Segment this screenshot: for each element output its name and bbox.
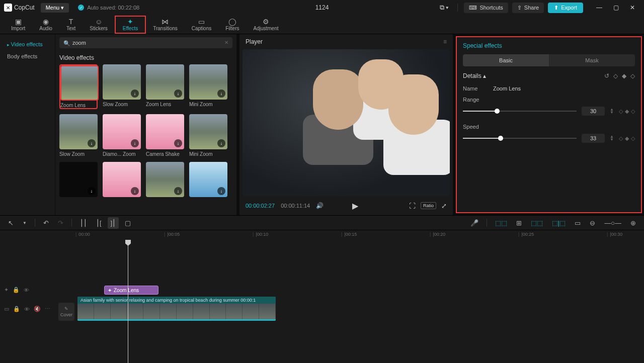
maximize-button[interactable]: ▢ bbox=[608, 2, 624, 13]
tab-effects[interactable]: ✦Effects bbox=[115, 16, 146, 34]
redo-button[interactable]: ↷ bbox=[55, 217, 66, 229]
download-icon[interactable]: ↓ bbox=[217, 187, 225, 195]
keyframe-icon[interactable]: ◆ bbox=[625, 108, 629, 115]
download-icon[interactable]: ↓ bbox=[174, 89, 182, 98]
keyframe-icon[interactable]: ◇ bbox=[619, 135, 623, 142]
player-menu-icon[interactable]: ≡ bbox=[443, 38, 447, 45]
export-button[interactable]: ⬆Export bbox=[548, 3, 583, 13]
effect-card[interactable]: ↓Mini Zoom bbox=[189, 64, 227, 109]
download-icon[interactable]: ↓ bbox=[88, 139, 96, 147]
keyframe-icon[interactable]: ◇ bbox=[631, 135, 635, 142]
keyframe-prev-icon[interactable]: ◇ bbox=[613, 72, 618, 79]
search-input[interactable] bbox=[59, 37, 232, 48]
download-icon[interactable]: ↓ bbox=[131, 187, 139, 195]
effect-card-zoom-lens[interactable]: Zoom Lens bbox=[59, 64, 98, 109]
effect-card[interactable]: ↓Mini Zoom bbox=[189, 114, 227, 157]
mute-icon[interactable]: 🔇 bbox=[34, 306, 41, 312]
keyframe-icon[interactable]: ◇ bbox=[631, 108, 635, 115]
lock-icon[interactable]: 🔒 bbox=[13, 306, 20, 312]
speed-stepper[interactable]: ▲▼ bbox=[610, 135, 614, 141]
download-icon[interactable]: ↓ bbox=[131, 139, 139, 147]
range-slider[interactable] bbox=[463, 111, 577, 112]
range-stepper[interactable]: ▲▼ bbox=[610, 108, 614, 114]
sidebar-item-body-effects[interactable]: Body effects bbox=[3, 50, 52, 62]
effect-card[interactable]: ↓ bbox=[59, 162, 98, 197]
visibility-icon[interactable]: 👁 bbox=[24, 287, 29, 293]
download-icon[interactable]: ↓ bbox=[131, 89, 139, 98]
preview-tool[interactable]: ▭ bbox=[572, 217, 584, 229]
tab-captions[interactable]: ▭Captions bbox=[185, 16, 218, 34]
split-tool[interactable]: ⎮⎮ bbox=[77, 217, 90, 229]
crop-tool[interactable]: ▢ bbox=[122, 217, 134, 229]
tab-text[interactable]: TText bbox=[59, 16, 83, 34]
fullscreen-icon[interactable]: ⤢ bbox=[441, 202, 447, 210]
sidebar-item-video-effects[interactable]: Video effects bbox=[3, 38, 52, 50]
play-button[interactable]: ▶ bbox=[352, 201, 358, 211]
crop-icon[interactable]: ⛶ bbox=[409, 202, 416, 210]
video-clip[interactable]: Asian family with senior relaxing and ca… bbox=[77, 297, 276, 321]
tab-adjustment[interactable]: ⚙Adjustment bbox=[246, 16, 285, 34]
effect-card[interactable]: ↓Slow Zoom bbox=[103, 64, 141, 109]
ratio-button[interactable]: Ratio bbox=[421, 202, 436, 209]
more-icon[interactable]: ⋯ bbox=[45, 306, 50, 312]
keyframe-icon[interactable]: ◆ bbox=[622, 72, 626, 79]
lock-icon[interactable]: 🔒 bbox=[13, 287, 20, 293]
video-track-controls[interactable]: ▭ 🔒 👁 🔇 ⋯ bbox=[0, 306, 56, 312]
player-viewport[interactable] bbox=[243, 49, 450, 196]
split-right-tool[interactable]: ]⎮ bbox=[108, 217, 119, 229]
tab-import[interactable]: ▣Import bbox=[4, 16, 32, 34]
audio-icon: ◉ bbox=[43, 18, 49, 25]
effect-card[interactable]: ↓Zoom Lens bbox=[146, 64, 184, 109]
reset-icon[interactable]: ↺ bbox=[604, 72, 609, 79]
playhead[interactable] bbox=[128, 240, 128, 363]
tab-audio[interactable]: ◉Audio bbox=[32, 16, 59, 34]
range-value[interactable]: 30 bbox=[582, 107, 605, 116]
keyframe-next-icon[interactable]: ◇ bbox=[630, 72, 635, 79]
zoom-slider[interactable]: —○— bbox=[601, 217, 624, 229]
rp-tab-basic[interactable]: Basic bbox=[463, 54, 549, 66]
effect-card[interactable]: ↓Slow Zoom bbox=[59, 114, 98, 157]
menu-button[interactable]: Menu ▾ bbox=[41, 3, 69, 13]
effect-card[interactable]: ↓Camera Shake bbox=[146, 114, 184, 157]
zoom-out-timeline[interactable]: ⊖ bbox=[587, 217, 598, 229]
rp-tab-mask[interactable]: Mask bbox=[549, 54, 635, 66]
tab-filters[interactable]: ◯Filters bbox=[218, 16, 246, 34]
undo-button[interactable]: ↶ bbox=[40, 217, 52, 229]
snap-tool-3[interactable]: ⬚⬚ bbox=[528, 217, 546, 229]
effect-track-controls[interactable]: ✦ 🔒 👁 bbox=[0, 287, 56, 293]
effect-clip[interactable]: ✦ Zoom Lens bbox=[104, 286, 158, 295]
split-left-tool[interactable]: ⎮[ bbox=[93, 217, 105, 229]
zoom-in-timeline[interactable]: ⊕ bbox=[627, 217, 639, 229]
speed-value[interactable]: 33 bbox=[582, 134, 605, 143]
effect-card[interactable]: ↓ bbox=[103, 162, 141, 197]
snap-tool-4[interactable]: ⬚|⬚ bbox=[549, 217, 569, 229]
download-icon[interactable]: ↓ bbox=[174, 187, 182, 195]
cover-button[interactable]: ✎ Cover bbox=[58, 303, 74, 321]
layout-icon[interactable]: ⧉ ▾ bbox=[437, 2, 452, 14]
mic-icon[interactable]: 🎤 bbox=[467, 217, 481, 229]
select-dropdown[interactable]: ▼ bbox=[20, 219, 30, 227]
close-button[interactable]: ✕ bbox=[625, 2, 640, 13]
clear-search-icon[interactable]: ✕ bbox=[224, 40, 228, 45]
snap-tool-1[interactable]: ⬚⬚ bbox=[492, 217, 510, 229]
effect-card[interactable]: ↓ bbox=[189, 162, 227, 197]
select-tool[interactable]: ↖ bbox=[5, 217, 17, 229]
minimize-button[interactable]: — bbox=[591, 2, 607, 13]
tab-stickers[interactable]: ☺Stickers bbox=[83, 16, 115, 34]
volume-icon[interactable]: 🔊 bbox=[316, 202, 324, 209]
timeline-ruler[interactable]: 00:00 |00:05 |00:10 |00:15 |00:20 |00:25… bbox=[75, 230, 644, 240]
shortcuts-button[interactable]: ⌨Shortcuts bbox=[464, 3, 508, 13]
keyframe-icon[interactable]: ◇ bbox=[619, 108, 623, 115]
effect-card[interactable]: ↓Diamo... Zoom bbox=[103, 114, 141, 157]
download-icon[interactable]: ↓ bbox=[174, 139, 182, 147]
effect-card[interactable]: ↓ bbox=[146, 162, 184, 197]
download-icon[interactable]: ↓ bbox=[88, 187, 96, 195]
share-button[interactable]: ⇪Share bbox=[512, 3, 544, 13]
visibility-icon[interactable]: 👁 bbox=[24, 306, 30, 312]
download-icon[interactable]: ↓ bbox=[217, 89, 225, 98]
speed-slider[interactable] bbox=[463, 138, 577, 139]
snap-tool-2[interactable]: ⊞ bbox=[513, 217, 525, 229]
download-icon[interactable]: ↓ bbox=[217, 139, 225, 147]
keyframe-icon[interactable]: ◆ bbox=[625, 135, 629, 142]
tab-transitions[interactable]: ⋈Transitions bbox=[146, 16, 185, 34]
